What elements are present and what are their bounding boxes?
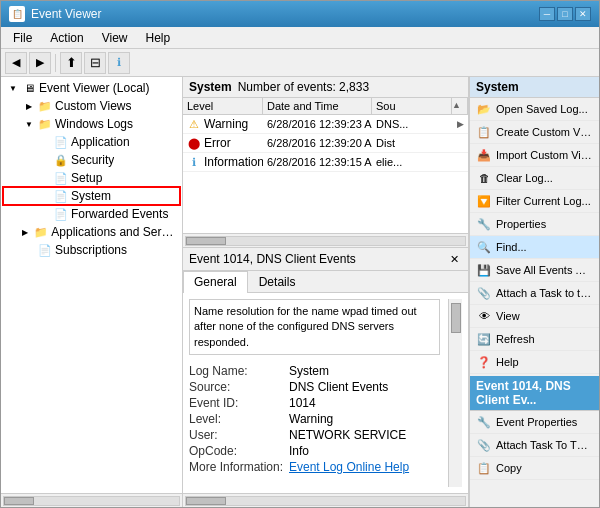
close-button[interactable]: ✕ [575,7,591,21]
action-filter[interactable]: 🔽 Filter Current Log... [470,190,599,213]
events-scrollbar-h[interactable] [183,233,468,247]
action-properties[interactable]: 🔧 Properties [470,213,599,236]
detail-content: Name resolution for the name wpad timed … [183,293,468,493]
tree-label-appservices: Applications and Services Lo... [51,225,178,239]
forward-button[interactable]: ▶ [29,52,51,74]
error-icon: ⬤ [187,136,201,150]
info-button[interactable]: ℹ [108,52,130,74]
action-view-label: View [496,310,520,322]
menu-view[interactable]: View [94,29,136,47]
tree-item-forwarded[interactable]: 📄 Forwarded Events [3,205,180,223]
properties-icon: 🔧 [476,216,492,232]
expand-custom[interactable]: ▶ [21,98,37,114]
tree-item-setup[interactable]: 📄 Setup [3,169,180,187]
event-row-warning[interactable]: ⚠ Warning 6/28/2016 12:39:23 AM DNS... ▶ [183,115,468,134]
field-logname-label: Log Name: [189,364,289,378]
action-help[interactable]: ❓ Help [470,351,599,374]
events-source-title: System [189,80,232,94]
scroll-right-1 [452,134,468,152]
action-import-custom-label: Import Custom View... [496,149,593,161]
action-attach-task[interactable]: 📎 Attach a Task to this [470,282,599,305]
menu-action[interactable]: Action [42,29,91,47]
open-saved-icon: 📂 [476,101,492,117]
action-view[interactable]: 👁 View [470,305,599,328]
event-datetime-2: 6/28/2016 12:39:15 AM [263,153,372,171]
action-find[interactable]: 🔍 Find... [470,236,599,259]
tree-item-appservices[interactable]: ▶ 📁 Applications and Services Lo... [3,223,180,241]
tab-general[interactable]: General [183,271,248,293]
tree-label-winlogs: Windows Logs [55,117,133,131]
tree-label-setup: Setup [71,171,102,185]
event-level-info: ℹ Information [183,153,263,171]
view-button[interactable]: ⊟ [84,52,106,74]
tree-item-security[interactable]: 🔒 Security [3,151,180,169]
action-copy[interactable]: 📋 Copy [470,457,599,480]
action-refresh[interactable]: 🔄 Refresh [470,328,599,351]
expand-appservices[interactable]: ▶ [17,224,33,240]
event-viewer-window: 📋 Event Viewer ─ □ ✕ File Action View He… [0,0,600,508]
event-datetime-1: 6/28/2016 12:39:20 AM [263,134,372,152]
detail-title: Event 1014, DNS Client Events [189,252,356,266]
tree-scrollbar-h[interactable] [1,493,182,507]
tab-details[interactable]: Details [248,271,307,292]
title-bar: 📋 Event Viewer ─ □ ✕ [1,1,599,27]
tree-item-local[interactable]: ▼ 🖥 Event Viewer (Local) [3,79,180,97]
create-custom-icon: 📋 [476,124,492,140]
menu-file[interactable]: File [5,29,40,47]
col-datetime[interactable]: Date and Time [263,98,372,114]
action-clear-log[interactable]: 🗑 Clear Log... [470,167,599,190]
field-source: Source: DNS Client Events [189,379,440,395]
security-icon: 🔒 [53,152,69,168]
event-row-info[interactable]: ℹ Information 6/28/2016 12:39:15 AM elie… [183,153,468,172]
event-row-error[interactable]: ⬤ Error 6/28/2016 12:39:20 AM Dist [183,134,468,153]
tree-item-subscriptions[interactable]: 📄 Subscriptions [3,241,180,259]
tree-item-custom[interactable]: ▶ 📁 Custom Views [3,97,180,115]
action-attach-task-event[interactable]: 📎 Attach Task To This E... [470,434,599,457]
detail-scrollbar-h[interactable] [183,493,468,507]
col-source[interactable]: Sou [372,98,452,114]
col-level[interactable]: Level [183,98,263,114]
action-save-all[interactable]: 💾 Save All Events As... [470,259,599,282]
tree-item-system[interactable]: 📄 System [3,187,180,205]
action-create-custom[interactable]: 📋 Create Custom View... [470,121,599,144]
action-event-properties[interactable]: 🔧 Event Properties [470,411,599,434]
action-refresh-label: Refresh [496,333,535,345]
save-all-icon: 💾 [476,262,492,278]
tree-item-winlogs[interactable]: ▼ 📁 Windows Logs [3,115,180,133]
scroll-right-0: ▶ [452,115,468,133]
forwarded-icon: 📄 [53,206,69,222]
action-attach-task-event-label: Attach Task To This E... [496,439,593,451]
maximize-button[interactable]: □ [557,7,573,21]
event-datetime-0: 6/28/2016 12:39:23 AM [263,115,372,133]
up-button[interactable]: ⬆ [60,52,82,74]
action-import-custom[interactable]: 📥 Import Custom View... [470,144,599,167]
main-content: ▼ 🖥 Event Viewer (Local) ▶ 📁 Custom View… [1,77,599,507]
expand-winlogs[interactable]: ▼ [21,116,37,132]
application-icon: 📄 [53,134,69,150]
detail-tabs: General Details [183,271,468,293]
detail-scrollbar-v[interactable] [448,299,462,487]
back-button[interactable]: ◀ [5,52,27,74]
actions-system-section: System 📂 Open Saved Log... 📋 Create Cust… [470,77,599,374]
warning-icon: ⚠ [187,117,201,131]
middle-panel: System Number of events: 2,833 Level Dat… [183,77,469,507]
event-level-error: ⬤ Error [183,134,263,152]
tree-view[interactable]: ▼ 🖥 Event Viewer (Local) ▶ 📁 Custom View… [1,77,182,493]
action-copy-label: Copy [496,462,522,474]
detail-close-button[interactable]: ✕ [446,251,462,267]
field-level-value: Warning [289,412,440,426]
action-clear-log-label: Clear Log... [496,172,553,184]
field-moreinfo-link[interactable]: Event Log Online Help [289,460,440,474]
field-level-label: Level: [189,412,289,426]
actions-event-title: Event 1014, DNS Client Ev... [470,376,599,411]
minimize-button[interactable]: ─ [539,7,555,21]
action-open-saved[interactable]: 📂 Open Saved Log... [470,98,599,121]
expand-local[interactable]: ▼ [5,80,21,96]
field-logname: Log Name: System [189,363,440,379]
tree-item-application[interactable]: 📄 Application [3,133,180,151]
menu-help[interactable]: Help [138,29,179,47]
tree-label-forwarded: Forwarded Events [71,207,168,221]
action-event-properties-label: Event Properties [496,416,577,428]
winlogs-icon: 📁 [37,116,53,132]
subscriptions-icon: 📄 [37,242,53,258]
